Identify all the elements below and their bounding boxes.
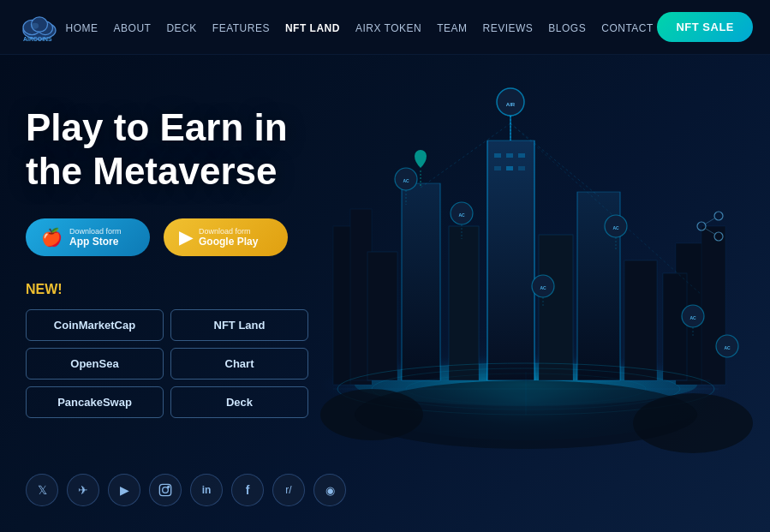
svg-point-60: [697, 222, 706, 230]
svg-rect-18: [506, 166, 513, 170]
nav-item-reviews[interactable]: REVIEWS: [483, 20, 534, 35]
svg-rect-32: [663, 273, 687, 380]
nav-item-nftland[interactable]: NFT LAND: [285, 20, 340, 35]
svg-point-55: [682, 305, 704, 327]
hero-title: Play to Earn in the Metaverse: [26, 106, 351, 193]
navbar: AIRCOINS HOME ABOUT DECK FEATURES NFT LA…: [0, 0, 770, 55]
svg-rect-15: [506, 153, 513, 158]
nav-item-contact[interactable]: CONTACT: [601, 20, 654, 35]
logo[interactable]: AIRCOINS: [17, 11, 62, 44]
youtube-icon[interactable]: ▶: [108, 474, 140, 506]
svg-line-37: [510, 123, 599, 196]
pancakeswap-button[interactable]: PancakeSwap: [26, 386, 164, 418]
svg-point-69: [633, 393, 753, 453]
googleplay-button[interactable]: ▶ Download form Google Play: [164, 218, 288, 256]
coinmarketcap-button[interactable]: CoinMarketCap: [26, 309, 164, 341]
svg-point-61: [714, 212, 723, 220]
svg-point-70: [355, 380, 697, 449]
download-buttons: 🍎 Download form App Store ▶ Download for…: [26, 218, 351, 256]
svg-text:AC: AC: [540, 285, 546, 290]
svg-point-65: [337, 363, 714, 415]
svg-point-34: [508, 111, 513, 116]
svg-text:AC: AC: [724, 345, 731, 350]
logo-icon: AIRCOINS: [17, 11, 62, 44]
svg-point-74: [163, 487, 169, 493]
svg-rect-12: [701, 226, 725, 385]
svg-point-7: [320, 355, 731, 415]
svg-rect-28: [449, 226, 479, 380]
svg-point-62: [714, 232, 723, 241]
appstore-button[interactable]: 🍎 Download form App Store: [26, 218, 150, 256]
nav-item-features[interactable]: FEATURES: [212, 20, 270, 35]
facebook-icon[interactable]: f: [231, 474, 264, 506]
svg-rect-14: [494, 153, 501, 158]
nftland-button[interactable]: NFT Land: [170, 309, 308, 341]
nav-item-about[interactable]: ABOUT: [114, 20, 152, 35]
social-bar: 𝕏 ✈ ▶ in f r/ ◉: [26, 474, 346, 506]
nav-item-deck[interactable]: DECK: [166, 20, 196, 35]
svg-rect-30: [367, 252, 397, 380]
svg-point-8: [355, 363, 697, 406]
nav-item-blogs[interactable]: BLOGS: [548, 20, 586, 35]
svg-rect-19: [518, 166, 525, 170]
svg-text:AIRCOINS: AIRCOINS: [23, 35, 52, 41]
googleplay-button-text: Download form Google Play: [199, 227, 258, 248]
deck-button[interactable]: Deck: [170, 386, 308, 418]
svg-rect-16: [518, 153, 525, 158]
svg-rect-13: [487, 140, 534, 380]
svg-text:AC: AC: [689, 315, 696, 320]
hero-section: AIR AC AC AC AC AC AC: [0, 55, 770, 532]
nft-sale-button[interactable]: NFT SALE: [657, 12, 753, 42]
svg-line-36: [421, 123, 510, 188]
nav-item-team[interactable]: TEAM: [437, 20, 467, 35]
svg-rect-25: [577, 192, 620, 380]
svg-point-49: [532, 275, 554, 297]
discord-icon[interactable]: ◉: [313, 474, 346, 506]
svg-point-52: [605, 215, 627, 237]
appstore-button-text: Download form App Store: [69, 227, 122, 248]
svg-point-43: [395, 168, 417, 190]
linkedin-icon[interactable]: in: [190, 474, 223, 506]
svg-text:AC: AC: [458, 212, 465, 218]
chart-button[interactable]: Chart: [170, 348, 308, 380]
city-visualization: AIR AC AC AC AC AC AC: [282, 55, 770, 509]
reddit-icon[interactable]: r/: [272, 474, 305, 506]
opensea-button[interactable]: OpenSea: [26, 348, 164, 380]
svg-point-6: [303, 303, 749, 440]
play-icon: ▶: [179, 229, 192, 246]
new-badge: NEW!: [26, 282, 351, 297]
svg-text:AC: AC: [403, 178, 409, 183]
svg-point-46: [451, 202, 473, 224]
twitter-icon[interactable]: 𝕏: [26, 474, 58, 506]
quick-links-grid: CoinMarketCap NFT Land OpenSea Chart Pan…: [26, 309, 308, 418]
svg-text:AIR: AIR: [506, 102, 516, 107]
instagram-icon[interactable]: [149, 474, 182, 506]
nav-item-home[interactable]: HOME: [66, 20, 98, 35]
apple-icon: 🍎: [41, 229, 63, 246]
svg-point-75: [168, 486, 170, 487]
svg-rect-29: [539, 235, 573, 380]
nav-item-airxtoken[interactable]: AIRX TOKEN: [355, 20, 421, 35]
svg-rect-11: [676, 243, 706, 385]
svg-point-66: [372, 368, 680, 409]
telegram-icon[interactable]: ✈: [67, 474, 99, 506]
svg-line-63: [706, 218, 714, 224]
nav-links: HOME ABOUT DECK FEATURES NFT LAND AIRX T…: [66, 20, 654, 35]
svg-rect-17: [494, 166, 501, 170]
svg-point-4: [32, 22, 39, 28]
svg-rect-10: [350, 209, 372, 385]
svg-point-67: [406, 374, 646, 404]
svg-line-38: [510, 123, 701, 295]
svg-text:AC: AC: [612, 225, 619, 230]
svg-rect-22: [402, 183, 440, 380]
svg-line-64: [706, 229, 714, 234]
svg-point-39: [497, 88, 524, 116]
svg-rect-31: [624, 260, 657, 380]
hero-content: Play to Earn in the Metaverse 🍎 Download…: [26, 106, 351, 418]
svg-point-58: [716, 335, 738, 357]
